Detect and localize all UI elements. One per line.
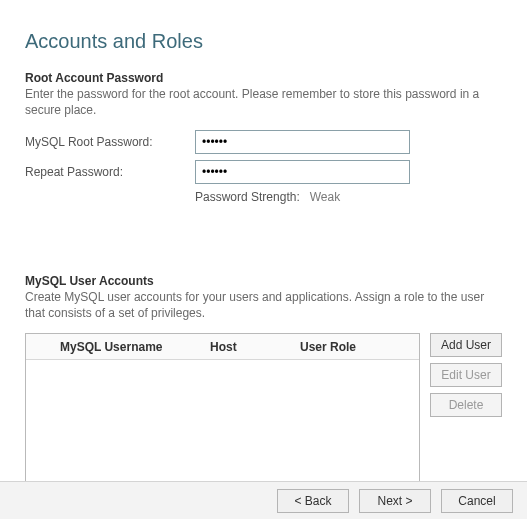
root-account-heading: Root Account Password bbox=[25, 71, 502, 85]
back-button[interactable]: < Back bbox=[277, 489, 349, 513]
root-account-description: Enter the password for the root account.… bbox=[25, 87, 502, 118]
password-strength-value: Weak bbox=[310, 190, 340, 204]
grid-header: MySQL Username Host User Role bbox=[26, 334, 419, 360]
wizard-footer: < Back Next > Cancel bbox=[0, 481, 527, 519]
repeat-password-input[interactable] bbox=[195, 160, 410, 184]
root-password-input[interactable] bbox=[195, 130, 410, 154]
col-header-host[interactable]: Host bbox=[210, 340, 300, 354]
cancel-button[interactable]: Cancel bbox=[441, 489, 513, 513]
page-title: Accounts and Roles bbox=[25, 30, 502, 53]
root-account-section: Root Account Password Enter the password… bbox=[25, 71, 502, 204]
edit-user-button: Edit User bbox=[430, 363, 502, 387]
user-accounts-grid[interactable]: MySQL Username Host User Role bbox=[25, 333, 420, 483]
user-accounts-section: MySQL User Accounts Create MySQL user ac… bbox=[25, 274, 502, 483]
user-accounts-description: Create MySQL user accounts for your user… bbox=[25, 290, 502, 321]
next-button[interactable]: Next > bbox=[359, 489, 431, 513]
delete-user-button: Delete bbox=[430, 393, 502, 417]
col-header-role[interactable]: User Role bbox=[300, 340, 419, 354]
password-strength-label: Password Strength: bbox=[195, 190, 300, 204]
user-accounts-heading: MySQL User Accounts bbox=[25, 274, 502, 288]
root-password-label: MySQL Root Password: bbox=[25, 135, 195, 149]
col-header-username[interactable]: MySQL Username bbox=[60, 340, 210, 354]
repeat-password-label: Repeat Password: bbox=[25, 165, 195, 179]
add-user-button[interactable]: Add User bbox=[430, 333, 502, 357]
